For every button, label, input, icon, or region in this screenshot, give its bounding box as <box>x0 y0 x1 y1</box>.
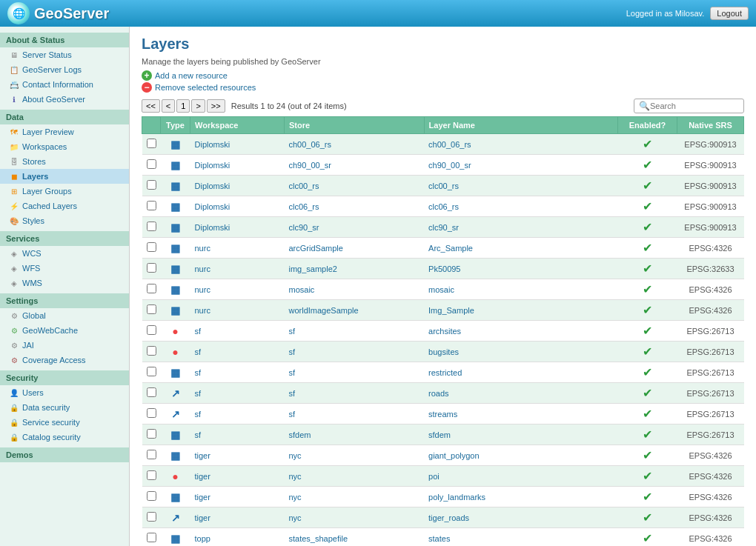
store-link[interactable]: nyc <box>289 493 302 502</box>
row-checkbox[interactable] <box>147 304 156 314</box>
layername-link[interactable]: giant_polygon <box>428 451 480 460</box>
store-link[interactable]: sf <box>289 327 296 336</box>
sidebar-item-data-security[interactable]: 🔒 Data security <box>0 400 129 415</box>
store-link[interactable]: worldImageSample <box>289 306 359 315</box>
sidebar-item-layer-preview[interactable]: 🗺 Layer Preview <box>0 124 129 139</box>
store-link[interactable]: sfdem <box>289 430 311 439</box>
layername-link[interactable]: archsites <box>428 327 461 336</box>
store-link[interactable]: ch00_06_rs <box>289 140 332 149</box>
row-checkbox[interactable] <box>147 284 156 293</box>
row-checkbox[interactable] <box>147 387 156 397</box>
workspace-link[interactable]: topp <box>195 534 210 543</box>
layername-link[interactable]: Arc_Sample <box>428 244 473 253</box>
layername-link[interactable]: streams <box>428 410 457 419</box>
layername-link[interactable]: restricted <box>428 368 462 377</box>
sidebar-item-wfs[interactable]: ◈ WFS <box>0 261 129 276</box>
row-checkbox[interactable] <box>147 429 156 439</box>
sidebar-item-geoserver-logs[interactable]: 📋 GeoServer Logs <box>0 62 129 77</box>
row-checkbox[interactable] <box>147 180 156 190</box>
row-checkbox[interactable] <box>147 325 156 335</box>
workspace-link[interactable]: sf <box>195 327 202 336</box>
layername-link[interactable]: poi <box>428 472 440 481</box>
workspace-link[interactable]: sf <box>195 347 202 356</box>
row-checkbox[interactable] <box>147 470 156 480</box>
store-link[interactable]: nyc <box>289 513 302 522</box>
store-link[interactable]: clc90_sr <box>289 223 319 232</box>
store-link[interactable]: clc00_rs <box>289 182 319 190</box>
store-link[interactable]: ch90_00_sr <box>289 161 332 170</box>
store-link[interactable]: states_shapefile <box>289 534 348 543</box>
sidebar-item-service-security[interactable]: 🔒 Service security <box>0 415 129 430</box>
row-checkbox[interactable] <box>147 450 156 459</box>
workspace-link[interactable]: Diplomski <box>195 223 231 232</box>
sidebar-item-jai[interactable]: ⚙ JAI <box>0 338 129 353</box>
last-page-button[interactable]: >> <box>207 99 225 113</box>
store-link[interactable]: sf <box>289 368 296 377</box>
sidebar-item-users[interactable]: 👤 Users <box>0 385 129 400</box>
store-link[interactable]: clc06_rs <box>289 202 319 211</box>
layername-link[interactable]: poly_landmarks <box>428 493 485 502</box>
sidebar-item-cached-layers[interactable]: ⚡ Cached Layers <box>0 199 129 213</box>
layername-link[interactable]: tiger_roads <box>428 513 469 522</box>
store-link[interactable]: img_sample2 <box>289 264 337 273</box>
workspace-link[interactable]: sf <box>195 389 202 398</box>
row-checkbox[interactable] <box>147 367 156 376</box>
row-checkbox[interactable] <box>147 242 156 252</box>
workspace-link[interactable]: sf <box>195 410 202 419</box>
sidebar-item-layers[interactable]: ◼ Layers <box>0 169 129 184</box>
sidebar-item-server-status[interactable]: 🖥 Server Status <box>0 47 129 62</box>
sidebar-item-layer-groups[interactable]: ⊞ Layer Groups <box>0 184 129 199</box>
workspace-link[interactable]: tiger <box>195 472 210 481</box>
workspace-link[interactable]: Diplomski <box>195 182 231 190</box>
sidebar-item-stores[interactable]: 🗄 Stores <box>0 154 129 169</box>
layername-link[interactable]: ch90_00_sr <box>428 161 471 170</box>
layername-link[interactable]: ch00_06_rs <box>428 140 471 149</box>
row-checkbox[interactable] <box>147 491 156 501</box>
row-checkbox[interactable] <box>147 346 156 356</box>
sidebar-item-wcs[interactable]: ◈ WCS <box>0 246 129 261</box>
layername-link[interactable]: Pk50095 <box>428 264 460 273</box>
layername-link[interactable]: bugsites <box>428 347 459 356</box>
workspace-link[interactable]: Diplomski <box>195 202 231 211</box>
sidebar-item-about-geoserver[interactable]: ℹ About GeoServer <box>0 92 129 107</box>
sidebar-item-styles[interactable]: 🎨 Styles <box>0 213 129 228</box>
row-checkbox[interactable] <box>147 533 156 542</box>
layername-link[interactable]: clc90_sr <box>428 223 459 232</box>
workspace-link[interactable]: sf <box>195 430 202 439</box>
current-page-button[interactable]: 1 <box>176 99 190 113</box>
layername-link[interactable]: roads <box>428 389 449 398</box>
row-checkbox[interactable] <box>147 263 156 273</box>
store-link[interactable]: mosaic <box>289 285 315 294</box>
sidebar-item-coverage-access[interactable]: ⚙ Coverage Access <box>0 353 129 367</box>
workspace-link[interactable]: sf <box>195 368 202 377</box>
search-input[interactable] <box>650 101 739 110</box>
workspace-link[interactable]: nurc <box>195 306 210 315</box>
row-checkbox[interactable] <box>147 201 156 210</box>
row-checkbox[interactable] <box>147 222 156 231</box>
row-checkbox[interactable] <box>147 159 156 169</box>
workspace-link[interactable]: nurc <box>195 244 210 253</box>
row-checkbox[interactable] <box>147 408 156 418</box>
row-checkbox[interactable] <box>147 139 156 148</box>
workspace-link[interactable]: nurc <box>195 285 210 294</box>
store-link[interactable]: sf <box>289 410 296 419</box>
workspace-link[interactable]: tiger <box>195 513 210 522</box>
sidebar-item-workspaces[interactable]: 📁 Workspaces <box>0 139 129 154</box>
store-link[interactable]: sf <box>289 347 296 356</box>
layername-link[interactable]: sfdem <box>428 430 451 439</box>
store-link[interactable]: nyc <box>289 451 302 460</box>
workspace-link[interactable]: tiger <box>195 493 210 502</box>
workspace-link[interactable]: Diplomski <box>195 161 231 170</box>
layername-link[interactable]: Img_Sample <box>428 306 474 315</box>
layername-link[interactable]: clc06_rs <box>428 202 459 211</box>
row-checkbox[interactable] <box>147 512 156 522</box>
sidebar-item-geowebcache[interactable]: ⚙ GeoWebCache <box>0 323 129 338</box>
store-link[interactable]: arcGridSample <box>289 244 343 253</box>
logout-button[interactable]: Logout <box>710 7 749 20</box>
sidebar-item-catalog-security[interactable]: 🔒 Catalog security <box>0 430 129 445</box>
store-link[interactable]: nyc <box>289 472 302 481</box>
remove-resource-link[interactable]: − Remove selected resources <box>142 82 744 93</box>
layername-link[interactable]: clc00_rs <box>428 182 459 190</box>
workspace-link[interactable]: Diplomski <box>195 140 231 149</box>
next-page-button[interactable]: > <box>191 99 205 113</box>
